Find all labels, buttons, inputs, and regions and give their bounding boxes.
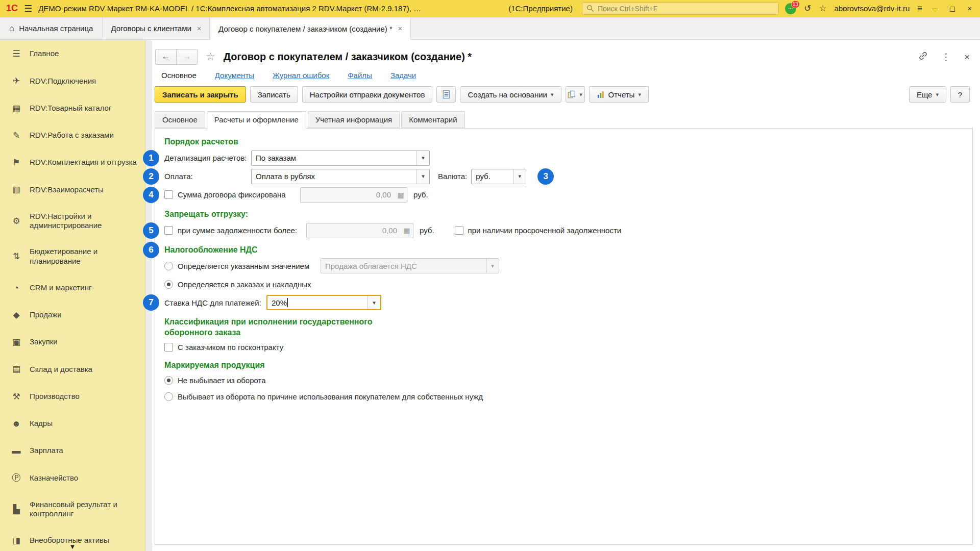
vat-rate-combobox[interactable]: 20% ▾ — [266, 295, 381, 310]
sidebar-item-label: Казначейство — [30, 473, 78, 483]
tab-label: Договор с покупателем / заказчиком (созд… — [218, 24, 393, 33]
history-icon[interactable]: ↺ — [804, 3, 811, 14]
debt-limit-input[interactable]: 0,00 ▦ — [306, 223, 413, 238]
subtab-osnovnoe[interactable]: Основное — [155, 111, 205, 128]
notifications-icon[interactable]: ⋯ 13 — [785, 3, 796, 14]
vat-value: Продажа облагается НДС — [321, 259, 486, 273]
favorite-star-icon[interactable]: ☆ — [206, 51, 215, 63]
settings-icon: ⚙ — [10, 216, 22, 227]
nav-link-zhurnal-oshibok[interactable]: Журнал ошибок — [273, 71, 329, 80]
minimize-button[interactable]: ─ — [930, 4, 940, 13]
dropdown-arrow-icon: ▾ — [638, 91, 641, 98]
create-based-on-button[interactable]: Создать на основании ▾ — [460, 86, 561, 103]
sidebar-item-finrezultat[interactable]: ▙Финансовый результат и контроллинг — [0, 492, 145, 528]
dropdown-arrow-icon[interactable]: ▾ — [416, 169, 429, 184]
vat-by-value-radio[interactable] — [164, 262, 173, 270]
annotation-badge-3: 3 — [537, 168, 554, 185]
nav-link-fayly[interactable]: Файлы — [348, 71, 372, 80]
help-button[interactable]: ? — [950, 86, 970, 103]
get-link-icon[interactable] — [918, 51, 928, 62]
dropdown-arrow-icon[interactable]: ▾ — [416, 151, 429, 165]
text-cursor — [287, 298, 288, 307]
payment-combobox[interactable]: Оплата в рублях ▾ — [251, 169, 430, 184]
document-register-button[interactable] — [436, 86, 456, 103]
sidebar-item-zarplata[interactable]: ▬Зарплата — [0, 437, 145, 464]
create-based-on-label: Создать на основании — [468, 90, 547, 99]
sidebar-item-rdv-nastroiki[interactable]: ⚙RDV:Настройки и администрирование — [0, 204, 145, 239]
hamburger-menu-icon[interactable]: ☰ — [24, 3, 32, 14]
nav-link-zadachi[interactable]: Задачи — [390, 71, 416, 80]
sidebar-item-rdv-vzaimoraschety[interactable]: ▥RDV:Взаиморасчеты — [0, 176, 145, 203]
close-window-button[interactable]: × — [965, 4, 974, 13]
sidebar-item-kaznacheystvo[interactable]: ⓅКазначейство — [0, 464, 145, 491]
dropdown-arrow-icon[interactable]: ▾ — [513, 169, 526, 184]
detail-label: Детализация расчетов: — [164, 154, 251, 162]
close-tab-icon[interactable]: × — [398, 24, 402, 33]
close-form-icon[interactable]: × — [964, 52, 970, 62]
sidebar-item-proizvodstvo[interactable]: ⚒Производство — [0, 383, 145, 410]
debt-limit-checkbox[interactable] — [164, 226, 173, 235]
sidebar-item-byudzhetirovanie[interactable]: ⇅Бюджетирование и планирование — [0, 239, 145, 274]
reports-button[interactable]: Отчеты ▾ — [589, 86, 649, 103]
calculator-icon[interactable]: ▦ — [401, 227, 413, 235]
overdue-debt-checkbox[interactable] — [455, 226, 463, 235]
sidebar-item-rdv-tovarny-katalog[interactable]: ▦RDV:Товарный каталог — [0, 95, 145, 122]
home-page-tab[interactable]: ⌂ Начальная страница — [0, 17, 103, 39]
marked-leaves-row: Выбывает из оборота по причине использов… — [164, 390, 962, 404]
sidebar-item-label: RDV:Товарный каталог — [30, 104, 111, 113]
sidebar-item-sklad-dostavka[interactable]: ▤Склад и доставка — [0, 356, 145, 383]
save-close-button[interactable]: Записать и закрыть — [155, 86, 246, 103]
marked-stays-row: Не выбывает из оборота — [164, 373, 962, 388]
marked-stays-radio[interactable] — [164, 376, 173, 385]
nav-link-dokumenty[interactable]: Документы — [215, 71, 254, 80]
more-label: Еще — [917, 90, 933, 99]
sidebar-item-crm-marketing[interactable]: ◔CRM и маркетинг — [0, 274, 145, 302]
more-actions-kebab-icon[interactable]: ⋮ — [941, 52, 951, 62]
gov-contract-checkbox[interactable] — [164, 343, 173, 352]
calculator-icon[interactable]: ▦ — [395, 191, 407, 199]
fixed-sum-checkbox[interactable] — [164, 190, 173, 199]
document-icon — [443, 90, 450, 99]
close-tab-icon[interactable]: × — [197, 24, 201, 33]
sidebar-item-kadry[interactable]: ☻Кадры — [0, 410, 145, 437]
sidebar-scroll-down-icon[interactable]: ▼ — [69, 543, 76, 550]
tab-dogovor-s-pokupatelem[interactable]: Договор с покупателем / заказчиком (созд… — [210, 17, 411, 40]
favorites-star-icon[interactable]: ☆ — [819, 3, 826, 14]
tab-dogovory-s-klientami[interactable]: Договоры с клиентами × — [103, 17, 210, 39]
detail-value: По заказам — [252, 151, 416, 165]
vat-value-combobox: Продажа облагается НДС ▾ — [321, 258, 499, 273]
sidebar-item-label: Кадры — [30, 419, 53, 429]
sidebar-item-rdv-podklyucheniya[interactable]: ✈RDV:Подключения — [0, 67, 145, 94]
gov-contract-label: С заказчиком по госконтракту — [178, 343, 283, 352]
user-account[interactable]: aborovtsova@rdv-it.ru — [834, 4, 910, 13]
subtab-kommentariy[interactable]: Комментарий — [401, 111, 464, 128]
sidebar-item-rdv-rabota-s-zakazami[interactable]: ✎RDV:Работа с заказами — [0, 122, 145, 149]
annotation-badge-7: 7 — [143, 294, 159, 311]
sidebar-item-prodazhi[interactable]: ◆Продажи — [0, 302, 145, 329]
subtab-raschety-i-oformlenie[interactable]: Расчеты и оформление — [207, 111, 306, 129]
settlements-icon: ▥ — [10, 184, 22, 195]
sidebar-item-zakupki[interactable]: ▣Закупки — [0, 329, 145, 356]
service-menu-icon[interactable]: ≡ — [917, 4, 922, 14]
vat-by-orders-label: Определяется в заказах и накладных — [178, 280, 311, 289]
save-button[interactable]: Записать — [250, 86, 298, 103]
sidebar-item-rdv-komplektaciya[interactable]: ⚑RDV:Комплектация и отгрузка — [0, 149, 145, 176]
copy-dropdown-button[interactable]: ▾ — [566, 86, 585, 103]
annotation-badge-4: 4 — [143, 187, 159, 203]
currency-combobox[interactable]: руб. ▾ — [471, 169, 526, 184]
app-edition-label: (1С:Предприятие) — [508, 4, 573, 13]
sidebar-item-glavnoe[interactable]: ☰Главное — [0, 40, 145, 67]
maximize-button[interactable]: ◻ — [947, 4, 958, 13]
back-button[interactable]: ← — [155, 49, 177, 65]
forward-button[interactable]: → — [176, 49, 198, 65]
marked-leaves-radio[interactable] — [164, 392, 173, 401]
nav-link-osnovnoe[interactable]: Основное — [161, 71, 197, 80]
vat-by-orders-radio[interactable] — [164, 280, 173, 289]
dropdown-arrow-icon[interactable]: ▾ — [368, 296, 380, 309]
detail-combobox[interactable]: По заказам ▾ — [251, 151, 430, 166]
more-button[interactable]: Еще ▾ — [909, 86, 946, 103]
fixed-sum-input[interactable]: 0,00 ▦ — [300, 187, 407, 203]
subtab-uchetnaya-informaciya[interactable]: Учетная информация — [308, 111, 400, 128]
global-search-input[interactable]: Поиск Ctrl+Shift+F — [582, 2, 779, 15]
send-settings-button[interactable]: Настройки отправки документов — [302, 86, 433, 103]
